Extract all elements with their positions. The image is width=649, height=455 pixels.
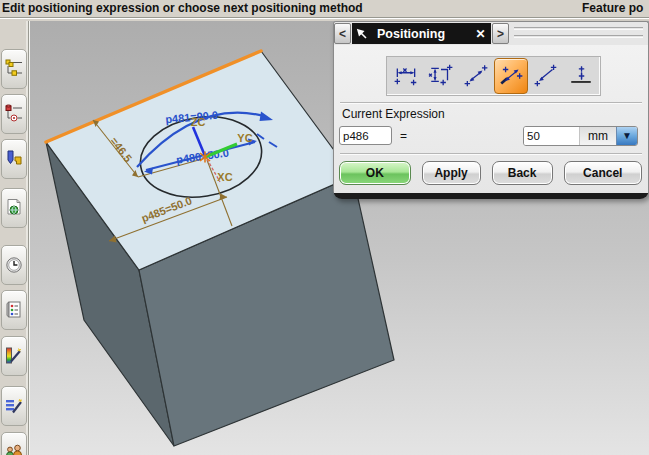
dialog-next-button[interactable]: > bbox=[492, 23, 509, 44]
dialog-title-group: Positioning ✕ bbox=[352, 23, 491, 44]
web-browser-icon bbox=[4, 198, 24, 218]
status-bar: Edit positioning expression or choose ne… bbox=[0, 0, 649, 18]
visualization-icon bbox=[4, 346, 24, 366]
positioning-dialog: < Positioning ✕ > bbox=[333, 21, 649, 199]
select-cursor-button[interactable] bbox=[352, 23, 371, 44]
sidebar-item-reuse-library[interactable] bbox=[1, 139, 27, 179]
effects-icon bbox=[4, 396, 24, 416]
expression-name-input[interactable] bbox=[339, 126, 392, 145]
sidebar-item-effects[interactable] bbox=[1, 386, 27, 426]
unit-label: mm bbox=[579, 127, 616, 145]
unit-dropdown-button[interactable]: ▼ bbox=[616, 127, 637, 145]
method-point-onto-point[interactable] bbox=[529, 58, 563, 94]
sidebar-item-history[interactable] bbox=[1, 245, 27, 285]
positioning-method-panel bbox=[386, 56, 601, 96]
method-perpendicular[interactable] bbox=[494, 58, 528, 94]
sidebar-item-web-browser[interactable] bbox=[1, 188, 27, 228]
sidebar-item-roles[interactable] bbox=[1, 432, 27, 455]
roles-people-icon bbox=[4, 442, 24, 455]
assembly-navigator-icon bbox=[4, 59, 24, 79]
resource-sidebar bbox=[0, 21, 29, 455]
expression-value-group: mm ▼ bbox=[523, 126, 638, 146]
status-message: Edit positioning expression or choose ne… bbox=[2, 0, 363, 17]
grip-line bbox=[514, 35, 643, 38]
vertical-dimension-icon bbox=[428, 64, 454, 88]
method-point-onto-line[interactable] bbox=[564, 58, 598, 94]
point-onto-line-icon bbox=[568, 64, 594, 88]
sidebar-item-palettes[interactable] bbox=[1, 290, 27, 330]
history-clock-icon bbox=[4, 255, 24, 275]
yc-axis-label: YC bbox=[237, 132, 252, 144]
select-cursor-icon bbox=[355, 27, 368, 40]
point-onto-point-icon bbox=[533, 64, 559, 88]
apply-button[interactable]: Apply bbox=[422, 161, 481, 185]
sidebar-item-visualization[interactable] bbox=[1, 336, 27, 376]
method-parallel[interactable] bbox=[459, 58, 493, 94]
method-vertical[interactable] bbox=[424, 58, 458, 94]
reuse-library-icon bbox=[4, 149, 24, 169]
current-expression-label: Current Expression bbox=[342, 107, 445, 121]
expression-value-input[interactable] bbox=[524, 127, 579, 145]
dialog-button-row: OK Apply Back Cancel bbox=[339, 161, 642, 185]
dialog-close-button[interactable]: ✕ bbox=[470, 23, 491, 44]
chevron-down-icon: ▼ bbox=[622, 130, 632, 141]
ok-button[interactable]: OK bbox=[339, 161, 411, 185]
dialog-body: Current Expression = mm ▼ OK Apply Back … bbox=[334, 45, 648, 193]
perpendicular-dimension-icon bbox=[498, 64, 524, 88]
method-horizontal[interactable] bbox=[389, 58, 423, 94]
status-right-label: Feature po bbox=[582, 0, 643, 17]
separator bbox=[340, 102, 642, 104]
zc-axis-label: ZC bbox=[191, 116, 206, 128]
grip-line bbox=[514, 27, 643, 30]
dialog-title: Positioning bbox=[371, 27, 470, 41]
palettes-icon bbox=[4, 300, 24, 320]
part-navigator-icon bbox=[4, 104, 24, 124]
dialog-prev-button[interactable]: < bbox=[334, 23, 351, 44]
dialog-title-bar[interactable]: < Positioning ✕ > bbox=[334, 23, 509, 44]
sidebar-item-assembly-navigator[interactable] bbox=[1, 49, 27, 89]
sidebar-item-part-navigator[interactable] bbox=[1, 94, 27, 134]
equals-sign: = bbox=[400, 129, 407, 143]
parallel-dimension-icon bbox=[463, 64, 489, 88]
back-button[interactable]: Back bbox=[492, 161, 553, 185]
cancel-button[interactable]: Cancel bbox=[564, 161, 643, 185]
horizontal-dimension-icon bbox=[393, 64, 419, 88]
separator bbox=[340, 153, 642, 155]
xc-axis-label: XC bbox=[217, 171, 232, 183]
